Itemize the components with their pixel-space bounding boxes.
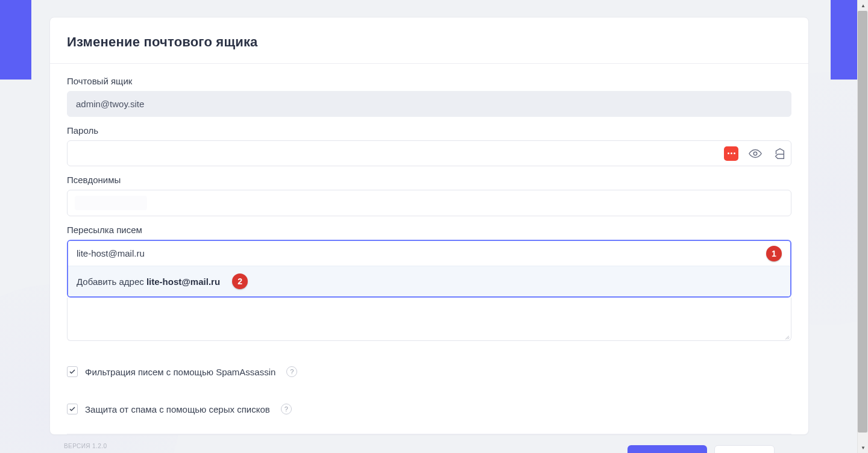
password-input[interactable]	[67, 140, 791, 166]
help-icon[interactable]: ?	[286, 366, 297, 377]
page-title: Изменение почтового ящика	[67, 34, 791, 50]
annotation-badge-2: 2	[232, 273, 248, 289]
right-accent-bar	[831, 0, 857, 80]
submit-button[interactable]: Продолжить	[627, 445, 707, 453]
greylist-label: Защита от спама с помощью серых списков	[85, 404, 270, 414]
mailbox-label: Почтовый ящик	[67, 76, 791, 86]
resize-handle-icon[interactable]	[783, 333, 790, 340]
version-label: ВЕРСИЯ 1.2.0	[64, 443, 107, 449]
clipboard-tag-icon[interactable]	[772, 146, 787, 161]
scroll-up-icon[interactable]: ▲	[858, 0, 868, 11]
spamassassin-label: Фильтрация писем с помощью SpamAssassin	[85, 367, 275, 377]
greylist-checkbox[interactable]	[67, 404, 78, 414]
show-password-icon[interactable]	[748, 146, 763, 161]
annotation-badge-1: 1	[766, 246, 782, 261]
option-spamassassin: Фильтрация писем с помощью SpamAssassin …	[67, 359, 791, 384]
modal-card: Изменение почтового ящика Почтовый ящик …	[49, 17, 809, 435]
field-forward: Пересылка писем 1 Добавить адрес lite-ho…	[67, 225, 791, 341]
generate-password-icon[interactable]	[724, 146, 738, 161]
left-accent-bar	[0, 0, 31, 80]
spamassassin-checkbox[interactable]	[67, 366, 78, 377]
forward-list-area[interactable]	[67, 298, 791, 341]
help-icon[interactable]: ?	[281, 404, 292, 414]
scrollbar-track[interactable]: ▲ ▼	[857, 0, 868, 453]
aliases-input[interactable]	[67, 190, 791, 216]
forward-suggest-value: lite-host@mail.ru	[146, 276, 220, 287]
field-mailbox: Почтовый ящик admin@twoy.site	[67, 76, 791, 117]
field-password: Пароль	[67, 125, 791, 166]
forward-suggest-prefix: Добавить адрес	[77, 276, 146, 287]
forward-input[interactable]	[68, 241, 760, 266]
password-icon-group	[724, 146, 787, 161]
aliases-label: Псевдонимы	[67, 175, 791, 185]
password-label: Пароль	[67, 125, 791, 136]
svg-point-0	[753, 152, 757, 155]
card-body: Почтовый ящик admin@twoy.site Пароль	[50, 64, 808, 453]
card-header: Изменение почтового ящика	[50, 17, 808, 64]
scroll-down-icon[interactable]: ▼	[858, 442, 868, 453]
forward-suggest-item[interactable]: Добавить адрес lite-host@mail.ru 2	[68, 266, 790, 296]
card-footer: Продолжить Отмена	[67, 434, 791, 453]
field-aliases: Псевдонимы	[67, 175, 791, 216]
cancel-button[interactable]: Отмена	[714, 445, 775, 453]
forward-combobox: 1 Добавить адрес lite-host@mail.ru 2	[67, 240, 791, 298]
alias-chip-blurred	[75, 196, 147, 210]
option-greylist: Защита от спама с помощью серых списков …	[67, 396, 791, 422]
scrollbar-thumb[interactable]	[858, 11, 867, 433]
forward-label: Пересылка писем	[67, 225, 791, 235]
mailbox-value: admin@twoy.site	[67, 91, 791, 117]
options-group: Фильтрация писем с помощью SpamAssassin …	[67, 359, 791, 434]
